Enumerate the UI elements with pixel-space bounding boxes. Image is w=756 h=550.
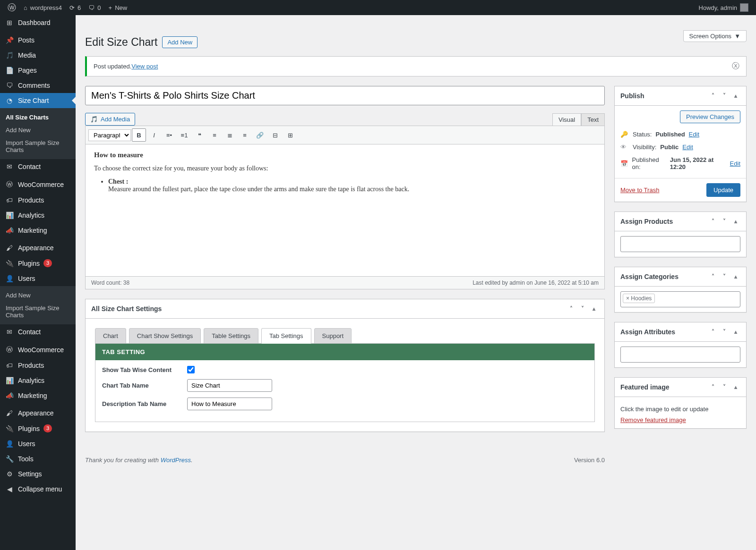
- sidebar-analytics[interactable]: 📊Analytics: [0, 208, 76, 223]
- sidebar-settings[interactable]: ⚙Settings: [0, 466, 76, 482]
- edit-visibility[interactable]: Edit: [682, 144, 693, 151]
- number-list-button[interactable]: ≡1: [177, 128, 191, 142]
- preview-button[interactable]: Preview Changes: [680, 110, 740, 123]
- move-down-icon[interactable]: ˅: [720, 382, 729, 392]
- submenu-all[interactable]: All Size Charts: [0, 111, 76, 124]
- sidebar-users[interactable]: 👤Users: [0, 271, 76, 286]
- sidebar-dashboard[interactable]: ⊞Dashboard: [0, 15, 76, 30]
- categories-input[interactable]: × Hoodies: [620, 291, 740, 307]
- toggle-icon[interactable]: ▴: [731, 91, 740, 101]
- howdy-user[interactable]: Howdy, admin: [695, 0, 752, 15]
- move-down-icon[interactable]: ˅: [720, 272, 729, 281]
- view-post-link[interactable]: View post: [131, 63, 158, 70]
- show-tab-checkbox[interactable]: [187, 366, 195, 373]
- remove-featured-image[interactable]: Remove featured image: [620, 416, 686, 423]
- update-button[interactable]: Update: [706, 183, 740, 197]
- category-chip[interactable]: × Hoodies: [623, 294, 655, 303]
- italic-button[interactable]: I: [147, 128, 161, 142]
- sidebar-plugins[interactable]: 🔌Plugins 3: [0, 255, 76, 271]
- align-right-button[interactable]: ≡: [238, 128, 252, 142]
- toggle-icon[interactable]: ▴: [731, 217, 740, 226]
- submenu-import[interactable]: Import Sample Size Charts: [0, 136, 76, 156]
- wp-logo[interactable]: ⓦ: [4, 0, 20, 15]
- editor-content[interactable]: How to measure To choose the correct siz…: [85, 144, 605, 277]
- sidebar-users-2[interactable]: 👤Users: [0, 436, 76, 451]
- sidebar-products-2[interactable]: 🏷Products: [0, 358, 76, 373]
- attributes-input[interactable]: [620, 347, 740, 363]
- sidebar-analytics-2[interactable]: 📊Analytics: [0, 373, 76, 388]
- quote-button[interactable]: ❝: [192, 128, 206, 142]
- products-input[interactable]: [620, 236, 740, 252]
- mail-icon: ✉: [5, 328, 14, 336]
- comments-bubble[interactable]: 🗨0: [85, 0, 104, 15]
- footer-thanks: Thank you for creating with: [85, 457, 161, 464]
- move-up-icon[interactable]: ˄: [708, 327, 718, 337]
- sidebar-appearance[interactable]: 🖌Appearance: [0, 240, 76, 255]
- sidebar-posts[interactable]: 📌Posts: [0, 33, 76, 48]
- users-import[interactable]: Import Sample Size Charts: [0, 302, 76, 322]
- link-button[interactable]: 🔗: [253, 128, 267, 142]
- chart-tab-name-input[interactable]: [187, 379, 272, 392]
- tab-chart[interactable]: Chart: [95, 328, 126, 344]
- toggle-icon[interactable]: ▴: [589, 304, 599, 313]
- tab-tab-settings[interactable]: Tab Settings: [261, 328, 311, 344]
- add-media-button[interactable]: 🎵Add Media: [85, 113, 135, 126]
- move-up-icon[interactable]: ˄: [567, 304, 576, 313]
- submenu-add-new[interactable]: Add New: [0, 124, 76, 136]
- sidebar-marketing-2[interactable]: 📣Marketing: [0, 388, 76, 403]
- add-new-button[interactable]: Add New: [162, 36, 198, 48]
- sidebar-marketing[interactable]: 📣Marketing: [0, 223, 76, 238]
- plug-icon: 🔌: [5, 425, 14, 432]
- sidebar-products[interactable]: 🏷Products: [0, 193, 76, 208]
- site-home[interactable]: ⌂wordpress4: [20, 0, 66, 15]
- screen-options-button[interactable]: Screen Options▼: [683, 30, 747, 42]
- desc-tab-name-input[interactable]: [187, 398, 272, 410]
- sidebar-collapse[interactable]: ◀Collapse menu: [0, 482, 76, 488]
- edit-status[interactable]: Edit: [689, 131, 699, 138]
- wordpress-link[interactable]: WordPress: [161, 457, 191, 464]
- sidebar-media[interactable]: 🎵Media: [0, 48, 76, 63]
- post-title-input[interactable]: [85, 86, 605, 105]
- sidebar-plugins-2[interactable]: 🔌Plugins 3: [0, 421, 76, 436]
- move-down-icon[interactable]: ˅: [720, 327, 729, 337]
- toggle-icon[interactable]: ▴: [731, 327, 740, 337]
- tab-chart-show[interactable]: Chart Show Settings: [129, 328, 201, 344]
- sidebar-tools[interactable]: 🔧Tools: [0, 451, 76, 466]
- align-center-button[interactable]: ≣: [223, 128, 237, 142]
- toggle-icon[interactable]: ▴: [731, 272, 740, 281]
- move-up-icon[interactable]: ˄: [708, 217, 718, 226]
- move-up-icon[interactable]: ˄: [708, 272, 718, 281]
- tab-support[interactable]: Support: [314, 328, 352, 344]
- align-left-button[interactable]: ≡: [207, 128, 222, 142]
- bullet-list-button[interactable]: ≡•: [162, 128, 176, 142]
- format-select[interactable]: Paragraph: [88, 129, 131, 141]
- readmore-button[interactable]: ⊟: [268, 128, 282, 142]
- move-to-trash[interactable]: Move to Trash: [620, 186, 659, 194]
- tab-table[interactable]: Table Settings: [204, 328, 258, 344]
- move-down-icon[interactable]: ˅: [720, 91, 729, 101]
- move-up-icon[interactable]: ˄: [708, 382, 718, 392]
- toggle-icon[interactable]: ▴: [731, 382, 740, 392]
- new-content[interactable]: +New: [105, 0, 131, 15]
- toolbar-toggle-button[interactable]: ⊞: [283, 128, 297, 142]
- updates[interactable]: ⟳6: [66, 0, 85, 15]
- sidebar-pages[interactable]: 📄Pages: [0, 63, 76, 78]
- text-tab[interactable]: Text: [581, 113, 605, 126]
- sidebar-woocommerce-2[interactable]: ⓦWooCommerce: [0, 342, 76, 358]
- word-count: Word count: 38: [91, 279, 129, 286]
- sidebar-comments[interactable]: 🗨Comments: [0, 78, 76, 93]
- bold-button[interactable]: B: [132, 128, 146, 142]
- sidebar-appearance-2[interactable]: 🖌Appearance: [0, 406, 76, 421]
- move-up-icon[interactable]: ˄: [708, 91, 718, 101]
- sidebar-woocommerce[interactable]: ⓦWooCommerce: [0, 177, 76, 193]
- users-add-new[interactable]: Add New: [0, 289, 76, 302]
- sidebar-size-chart[interactable]: ◔Size Chart: [0, 93, 76, 108]
- move-down-icon[interactable]: ˅: [578, 304, 587, 313]
- edit-date[interactable]: Edit: [730, 160, 740, 167]
- move-down-icon[interactable]: ˅: [720, 217, 729, 226]
- sidebar-contact[interactable]: ✉Contact: [0, 159, 76, 174]
- dismiss-notice-icon[interactable]: ⓧ: [732, 61, 739, 71]
- sidebar-contact-2[interactable]: ✉Contact: [0, 324, 76, 339]
- sidebar-submenu: All Size Charts Add New Import Sample Si…: [0, 108, 76, 159]
- visual-tab[interactable]: Visual: [552, 113, 581, 126]
